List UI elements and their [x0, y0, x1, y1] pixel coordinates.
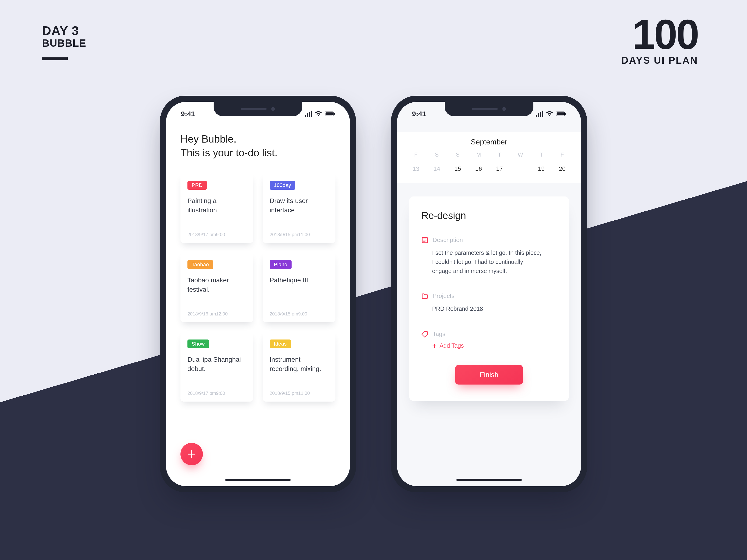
card-tag: Taobao: [187, 260, 213, 269]
projects-text: PRD Rebrand 2018: [421, 300, 543, 320]
svg-rect-4: [557, 112, 564, 115]
calendar-month: September: [397, 138, 581, 146]
card-tag: PRD: [187, 181, 207, 190]
card-title: Instrument recording, mixing.: [269, 355, 329, 374]
calendar-weekdays: FSSMTWTF: [397, 146, 581, 158]
card-meta: 2018/9/17 pm9:00: [187, 383, 246, 396]
finish-label: Finish: [480, 371, 498, 379]
card-title: Dua lipa Shanghai debut.: [187, 355, 246, 374]
wifi-icon: [546, 111, 553, 116]
plus-icon: [187, 449, 196, 459]
weekday-label: S: [427, 152, 447, 158]
signal-icon: [536, 111, 543, 117]
battery-icon: [325, 111, 335, 116]
task-title: Re-design: [421, 210, 557, 221]
card-title: Painting a illustration.: [187, 196, 246, 215]
card-tag: Ideas: [269, 340, 291, 348]
phone-notch: [445, 102, 534, 116]
todo-card[interactable]: PRDPainting a illustration.2018/9/17 pm9…: [180, 173, 253, 243]
canvas-label-line2: BUBBLE: [42, 37, 86, 49]
card-meta: 2018/9/15 pm11:00: [269, 225, 329, 237]
weekday-label: T: [531, 152, 552, 158]
greeting-line2: This is your to-do list.: [180, 146, 335, 160]
card-meta: 2018/9/17 pm9:00: [187, 225, 246, 237]
calendar-date[interactable]: 20: [552, 162, 573, 175]
weekday-label: S: [447, 152, 468, 158]
svg-rect-1: [326, 112, 333, 115]
add-tags-label: Add Tags: [440, 342, 464, 349]
task-detail-card: Re-design Description I set the paramete…: [409, 196, 569, 401]
canvas-label-rule: [42, 57, 68, 60]
phone-todo: 9:41 Hey Bubble, This is your to-do list…: [160, 96, 356, 492]
finish-button[interactable]: Finish: [455, 365, 523, 384]
todo-card[interactable]: TaobaoTaobao maker festival.2018/9/16 am…: [180, 252, 253, 322]
weekday-label: F: [406, 152, 427, 158]
phone-notch: [213, 102, 302, 116]
card-meta: 2018/9/15 pm9:00: [269, 304, 329, 317]
svg-rect-2: [334, 113, 335, 115]
description-icon: [421, 237, 428, 244]
phone-detail: 9:41 September FSSMTWTF 1314151617181920…: [391, 96, 587, 492]
canvas-brand-sub: DAYS UI PLAN: [621, 55, 698, 66]
description-text: I set the parameters & let go. In this p…: [421, 244, 543, 282]
section-description: Description I set the parameters & let g…: [421, 228, 557, 284]
section-tags: Tags Add Tags: [421, 322, 557, 353]
calendar-date[interactable]: 15: [447, 162, 468, 175]
greeting-line1: Hey Bubble,: [180, 132, 335, 146]
calendar-dates: 1314151617181920: [397, 158, 581, 175]
card-title: Pathetique III: [269, 275, 329, 285]
section-tags-label: Tags: [433, 330, 445, 338]
home-indicator: [225, 479, 291, 481]
card-tag: 100day: [269, 181, 295, 190]
folder-icon: [421, 293, 428, 300]
tag-icon: [421, 331, 428, 338]
weekday-label: F: [552, 152, 573, 158]
canvas-brand: 100 DAYS UI PLAN: [621, 16, 698, 66]
todo-card[interactable]: 100dayDraw its user interface.2018/9/15 …: [263, 173, 335, 243]
todo-card[interactable]: ShowDua lipa Shanghai debut.2018/9/17 pm…: [180, 331, 253, 402]
status-time: 9:41: [181, 110, 195, 118]
weekday-label: M: [468, 152, 489, 158]
section-projects-label: Projects: [433, 292, 455, 300]
svg-rect-5: [565, 113, 566, 115]
calendar-date[interactable]: 13: [406, 162, 427, 175]
card-title: Taobao maker festival.: [187, 275, 246, 294]
card-meta: 2018/9/15 pm11:00: [269, 383, 329, 396]
card-title: Draw its user interface.: [269, 196, 329, 215]
section-projects: Projects PRD Rebrand 2018: [421, 284, 557, 322]
section-description-label: Description: [433, 236, 463, 244]
calendar-date-selected[interactable]: 18: [510, 162, 531, 175]
status-time: 9:41: [412, 110, 426, 118]
todo-cards-grid: PRDPainting a illustration.2018/9/17 pm9…: [180, 173, 335, 402]
weekday-label: T: [489, 152, 510, 158]
card-tag: Show: [187, 340, 209, 348]
canvas-label-line1: DAY 3: [42, 23, 86, 38]
battery-icon: [556, 111, 566, 116]
signal-icon: [305, 111, 312, 117]
calendar-date[interactable]: 19: [531, 162, 552, 175]
canvas-label: DAY 3 BUBBLE: [42, 23, 86, 60]
greeting: Hey Bubble, This is your to-do list.: [180, 132, 335, 160]
canvas-brand-number: 100: [621, 16, 698, 52]
calendar-date[interactable]: 17: [489, 162, 510, 175]
todo-card[interactable]: PianoPathetique III2018/9/15 pm9:00: [263, 252, 335, 322]
add-task-button[interactable]: [180, 443, 203, 465]
calendar-header: September FSSMTWTF 1314151617181920: [397, 132, 581, 183]
weekday-label: W: [510, 152, 531, 158]
calendar-date[interactable]: 14: [427, 162, 447, 175]
calendar-date[interactable]: 16: [468, 162, 489, 175]
card-tag: Piano: [269, 260, 291, 269]
svg-point-7: [426, 332, 427, 334]
todo-card[interactable]: IdeasInstrument recording, mixing.2018/9…: [263, 331, 335, 402]
home-indicator: [456, 479, 522, 481]
wifi-icon: [315, 111, 322, 116]
plus-icon: [432, 344, 437, 348]
card-meta: 2018/9/16 am12:00: [187, 304, 246, 317]
add-tags-button[interactable]: Add Tags: [421, 338, 557, 351]
